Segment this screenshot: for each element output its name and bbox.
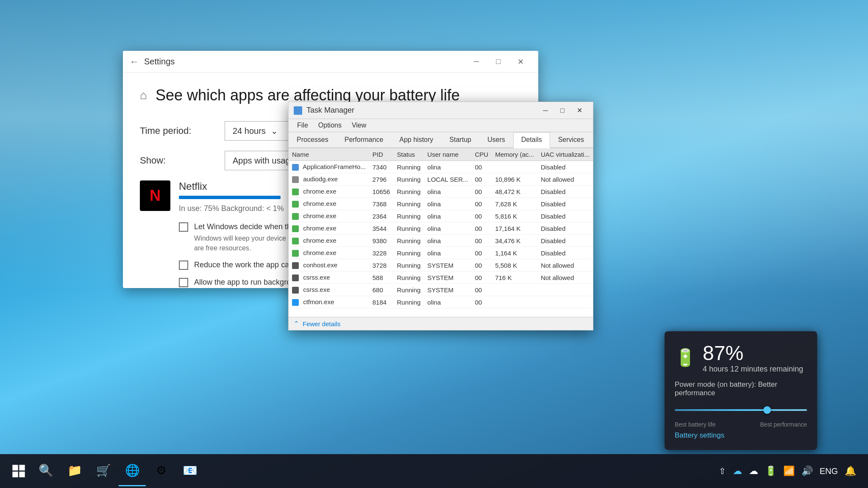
process-name-cell: csrss.exe bbox=[289, 284, 369, 296]
process-status-cell: Running bbox=[393, 186, 424, 198]
svg-rect-2 bbox=[12, 471, 18, 477]
tab-details[interactable]: Details bbox=[513, 132, 550, 148]
checkbox-1[interactable] bbox=[179, 222, 188, 232]
process-icon bbox=[292, 213, 299, 220]
checkbox-2[interactable] bbox=[179, 261, 188, 270]
process-memory-cell bbox=[492, 284, 537, 296]
tab-app-history[interactable]: App history bbox=[391, 132, 441, 147]
battery-header: 🔋 87% 4 hours 12 minutes remaining bbox=[675, 341, 807, 374]
taskbar-mail[interactable]: 📧 bbox=[176, 456, 203, 486]
table-row[interactable]: csrss.exe 680 Running SYSTEM 00 bbox=[289, 284, 593, 296]
process-icon bbox=[292, 225, 299, 232]
table-row[interactable]: audiodg.exe 2796 Running LOCAL SER... 00… bbox=[289, 173, 593, 186]
checkbox-3[interactable] bbox=[179, 278, 188, 287]
taskbar-chrome[interactable]: 🌐 bbox=[119, 456, 146, 486]
table-row[interactable]: ctfmon.exe 8184 Running olina 00 bbox=[289, 296, 593, 308]
table-row[interactable]: csrss.exe 588 Running SYSTEM 00 716 K No… bbox=[289, 272, 593, 284]
col-uac[interactable]: UAC virtualizati... bbox=[537, 148, 593, 161]
process-icon bbox=[292, 201, 299, 208]
tray-battery-icon[interactable]: 🔋 bbox=[765, 466, 776, 477]
tm-minimize-button[interactable]: ─ bbox=[537, 103, 554, 118]
tray-lang[interactable]: ENG bbox=[820, 466, 838, 476]
tm-maximize-button[interactable]: □ bbox=[554, 103, 571, 118]
gear-icon: ⚙ bbox=[156, 463, 167, 477]
taskbar-search[interactable]: 🔍 bbox=[32, 456, 59, 486]
col-pid[interactable]: PID bbox=[369, 148, 394, 161]
tray-up-arrow[interactable]: ⇧ bbox=[719, 466, 726, 476]
process-user-cell: olina bbox=[424, 296, 471, 308]
tm-close-button[interactable]: ✕ bbox=[571, 103, 588, 118]
start-button[interactable] bbox=[5, 458, 32, 485]
tray-onedrive-icon[interactable]: ☁ bbox=[733, 466, 742, 477]
table-row[interactable]: chrome.exe 7368 Running olina 00 7,628 K… bbox=[289, 198, 593, 210]
power-slider-track bbox=[675, 409, 807, 411]
table-row[interactable]: chrome.exe 2364 Running olina 00 5,816 K… bbox=[289, 210, 593, 222]
tab-processes[interactable]: Processes bbox=[289, 132, 337, 147]
fewer-details-button[interactable]: ⌃ Fewer details bbox=[289, 317, 593, 330]
col-cpu[interactable]: CPU bbox=[472, 148, 492, 161]
col-memory[interactable]: Memory (ac... bbox=[492, 148, 537, 161]
process-cpu-cell: 00 bbox=[472, 308, 492, 309]
taskbar-store[interactable]: 🛒 bbox=[90, 456, 117, 486]
netflix-usage-bar bbox=[179, 196, 281, 199]
battery-popup: 🔋 87% 4 hours 12 minutes remaining Power… bbox=[665, 331, 817, 450]
col-status[interactable]: Status bbox=[393, 148, 424, 161]
process-name-cell: dasHost.exe bbox=[289, 308, 369, 309]
process-name-cell: ApplicationFrameHo... bbox=[289, 161, 369, 173]
table-row[interactable]: chrome.exe 9380 Running olina 00 34,476 … bbox=[289, 235, 593, 247]
process-uac-cell: Not allowed bbox=[537, 173, 593, 186]
tab-users[interactable]: Users bbox=[479, 132, 513, 147]
process-cpu-cell: 00 bbox=[472, 173, 492, 186]
close-button[interactable]: ✕ bbox=[509, 51, 531, 73]
process-uac-cell bbox=[537, 284, 593, 296]
back-button[interactable]: ← bbox=[130, 56, 139, 67]
table-row[interactable]: dasHost.exe 2308 Running LOCAL SER... 00 bbox=[289, 308, 593, 309]
table-row[interactable]: chrome.exe 3544 Running olina 00 17,164 … bbox=[289, 222, 593, 235]
tab-startup[interactable]: Startup bbox=[441, 132, 479, 147]
taskbar-file-explorer[interactable]: 📁 bbox=[61, 456, 88, 486]
power-slider[interactable] bbox=[675, 402, 807, 418]
process-user-cell: olina bbox=[424, 210, 471, 222]
tm-menu-options[interactable]: Options bbox=[313, 120, 347, 131]
tm-menu-view[interactable]: View bbox=[347, 120, 371, 131]
process-user-cell: LOCAL SER... bbox=[424, 308, 471, 309]
table-scroll[interactable]: Name PID Status User name CPU Memory (ac… bbox=[289, 148, 593, 309]
battery-settings-link[interactable]: Battery settings bbox=[675, 431, 807, 440]
process-memory-cell: 5,816 K bbox=[492, 210, 537, 222]
process-cpu-cell: 00 bbox=[472, 296, 492, 308]
process-cpu-cell: 00 bbox=[472, 235, 492, 247]
process-memory-cell bbox=[492, 161, 537, 173]
taskbar: 🔍 📁 🛒 🌐 ⚙ 📧 ⇧ ☁ ☁ 🔋 📶 🔊 bbox=[0, 454, 868, 488]
process-uac-cell: Not allowed bbox=[537, 272, 593, 284]
col-name[interactable]: Name bbox=[289, 148, 369, 161]
col-user[interactable]: User name bbox=[424, 148, 471, 161]
process-memory-cell: 10,896 K bbox=[492, 173, 537, 186]
tab-performance[interactable]: Performance bbox=[337, 132, 392, 147]
tray-notification-icon[interactable]: 🔔 bbox=[845, 466, 856, 477]
tab-services[interactable]: Services bbox=[550, 132, 592, 147]
table-row[interactable]: ApplicationFrameHo... 7340 Running olina… bbox=[289, 161, 593, 173]
maximize-button[interactable]: □ bbox=[487, 51, 509, 73]
tray-network-icon[interactable]: 📶 bbox=[783, 466, 795, 477]
process-cpu-cell: 00 bbox=[472, 198, 492, 210]
process-uac-cell: Disabled bbox=[537, 161, 593, 173]
tray-cloud-icon[interactable]: ☁ bbox=[749, 466, 758, 477]
tray-volume-icon[interactable]: 🔊 bbox=[801, 466, 813, 477]
power-slider-thumb[interactable] bbox=[763, 406, 771, 414]
tm-menu-file[interactable]: File bbox=[292, 120, 313, 131]
taskbar-settings[interactable]: ⚙ bbox=[147, 456, 175, 486]
process-name-cell: chrome.exe bbox=[289, 235, 369, 247]
minimize-button[interactable]: ─ bbox=[465, 51, 487, 73]
table-row[interactable]: chrome.exe 10656 Running olina 00 48,472… bbox=[289, 186, 593, 198]
home-icon[interactable]: ⌂ bbox=[140, 89, 147, 102]
table-row[interactable]: chrome.exe 3228 Running olina 00 1,164 K… bbox=[289, 247, 593, 259]
process-pid-cell: 2796 bbox=[369, 173, 394, 186]
table-row[interactable]: conhost.exe 3728 Running SYSTEM 00 5,508… bbox=[289, 259, 593, 272]
process-cpu-cell: 00 bbox=[472, 284, 492, 296]
process-status-cell: Running bbox=[393, 259, 424, 272]
tm-window-controls: ─ □ ✕ bbox=[537, 103, 588, 118]
mail-icon: 📧 bbox=[183, 463, 198, 477]
process-icon bbox=[292, 164, 299, 171]
chrome-icon: 🌐 bbox=[125, 463, 140, 477]
task-manager-window: Task Manager ─ □ ✕ File Options View Pro… bbox=[288, 102, 593, 330]
